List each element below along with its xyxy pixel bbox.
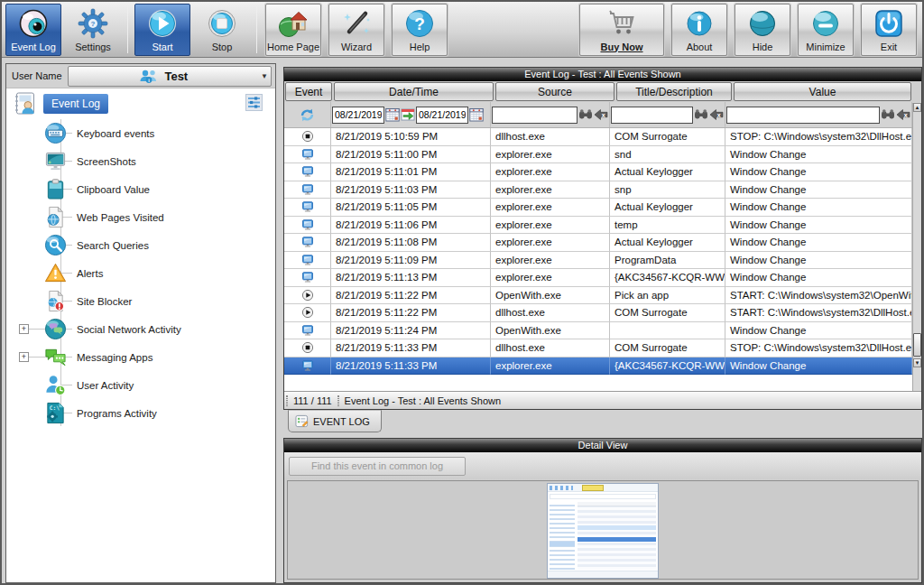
tree-root-event-log[interactable]: Event Log <box>6 88 275 119</box>
log-tree: Event Log + Keyboard events + <box>6 88 275 582</box>
title-filter-input[interactable] <box>611 107 693 124</box>
date-to-input[interactable] <box>416 107 468 124</box>
value-cell: STOP: C:\Windows\system32\DllHost.exe <box>725 339 912 358</box>
datetime-cell: 8/21/2019 5:11:08 PM <box>331 234 491 252</box>
table-row[interactable]: 8/21/2019 5:11:33 PM explorer.exe {AKC34… <box>284 358 912 376</box>
toolbar-button[interactable]: ? Help <box>392 4 448 56</box>
column-header[interactable]: Event <box>285 82 332 101</box>
tree-item[interactable]: + Site Blocker <box>6 287 275 315</box>
tree-item[interactable]: + C:\ Programs Activity <box>6 399 275 427</box>
tree-item-label: Alerts <box>77 268 103 279</box>
tree-item[interactable]: + Search Queries <box>6 231 275 259</box>
sliders-icon[interactable] <box>245 94 263 111</box>
webpages-icon <box>44 206 67 228</box>
toolbar-group-links: Home Page Wizard ? Help <box>262 2 451 57</box>
toolbar-button[interactable]: Exit <box>861 4 917 56</box>
expand-plus-icon[interactable]: + <box>19 352 29 362</box>
toolbar-button[interactable]: Hide <box>735 4 790 56</box>
table-row[interactable]: 8/21/2019 5:11:22 PM dllhost.exe COM Sur… <box>284 304 912 322</box>
user-select[interactable]: i Test ▼ <box>68 66 272 87</box>
source-filter-input[interactable] <box>492 107 578 124</box>
title-cell: temp <box>610 217 725 235</box>
info-icon <box>683 7 716 40</box>
toolbar-button-label: Home Page <box>267 42 319 52</box>
tree-item[interactable]: + Alerts <box>6 259 275 287</box>
thumb-highlight <box>582 485 604 491</box>
tree-items: + Keyboard events + ScreenShots + <box>6 119 275 427</box>
refresh-icon[interactable] <box>299 107 316 124</box>
binoculars-icon[interactable] <box>694 107 708 122</box>
table-row[interactable]: 8/21/2019 5:11:24 PM OpenWith.exe Window… <box>284 322 912 340</box>
table-row[interactable]: 8/21/2019 5:11:08 PM explorer.exe Actual… <box>284 234 912 252</box>
toolbar-button[interactable]: Stop <box>194 4 250 56</box>
programs-icon: C:\ <box>44 402 67 424</box>
datetime-cell: 8/21/2019 5:11:09 PM <box>331 252 491 270</box>
table-row[interactable]: 8/21/2019 5:11:01 PM explorer.exe Actual… <box>284 163 912 181</box>
table-row[interactable]: 8/21/2019 5:11:05 PM explorer.exe Actual… <box>284 199 912 217</box>
toolbar-button[interactable]: Start <box>134 4 190 56</box>
calendar-icon[interactable] <box>469 107 484 122</box>
detail-toolbar: Find this event in common log <box>284 452 921 479</box>
find-event-button[interactable]: Find this event in common log <box>289 457 466 476</box>
expand-plus-icon[interactable]: + <box>19 324 29 334</box>
table-row[interactable]: 8/21/2019 5:11:09 PM explorer.exe Progra… <box>284 252 912 270</box>
tree-item-label: Keyboard events <box>77 128 154 139</box>
binoculars-icon[interactable] <box>881 107 895 122</box>
play-icon <box>146 7 179 40</box>
table-row[interactable]: 8/21/2019 5:11:22 PM OpenWith.exe Pick a… <box>284 287 912 305</box>
source-cell: explorer.exe <box>491 146 610 164</box>
table-row[interactable]: 8/21/2019 5:11:03 PM explorer.exe snp Wi… <box>284 181 912 200</box>
column-header[interactable]: Title/Description <box>616 82 732 101</box>
clear-filter-icon[interactable]: x <box>709 107 724 122</box>
column-header[interactable]: Source <box>495 82 614 101</box>
play-event-icon <box>301 306 314 319</box>
value-cell: Window Change <box>725 217 912 235</box>
status-grip <box>337 395 339 406</box>
datetime-cell: 8/21/2019 5:11:00 PM <box>331 146 491 164</box>
date-from-input[interactable] <box>332 107 384 124</box>
datetime-cell: 8/21/2019 5:11:05 PM <box>331 199 491 217</box>
column-header[interactable]: Value <box>734 82 911 101</box>
calendar-icon[interactable] <box>385 107 400 122</box>
binoculars-icon[interactable] <box>578 107 593 122</box>
toolbar-button[interactable]: ? Settings <box>65 4 121 56</box>
table-row[interactable]: 8/21/2019 5:11:13 PM explorer.exe {AKC34… <box>284 269 912 287</box>
tab-event-log[interactable]: EVENT LOG <box>288 410 382 432</box>
column-header[interactable]: Date/Time <box>334 82 494 101</box>
scrollbar-thumb[interactable] <box>913 333 921 357</box>
stop-event-icon <box>301 341 314 354</box>
tree-item[interactable]: + User Activity <box>6 371 275 399</box>
toolbar-button-label: Settings <box>75 42 111 52</box>
tree-item[interactable]: + ScreenShots <box>6 147 275 175</box>
tree-item[interactable]: + Messaging Apps <box>6 343 275 371</box>
tree-item[interactable]: + Web Pages Visited <box>6 203 275 231</box>
event-table-body: 8/21/2019 5:10:59 PM dllhost.exe COM Sur… <box>284 128 912 392</box>
clear-filter-icon[interactable]: x <box>896 107 910 122</box>
sidebar: User Name i Test ▼ Event Log <box>5 63 276 583</box>
tree-item[interactable]: + Social Network Activity <box>6 315 275 343</box>
toolbar-button[interactable]: Wizard <box>328 4 384 56</box>
monitor-event-icon <box>301 324 314 337</box>
table-row[interactable]: 8/21/2019 5:10:59 PM dllhost.exe COM Sur… <box>284 128 912 146</box>
tree-item[interactable]: + Keyboard events <box>6 119 275 147</box>
scroll-up-icon[interactable]: ▲ <box>913 103 921 112</box>
datetime-cell: 8/21/2019 5:11:01 PM <box>331 163 491 181</box>
tree-item-label: Web Pages Visited <box>77 212 164 223</box>
toolbar-button[interactable]: Minimize <box>798 4 854 56</box>
table-row[interactable]: 8/21/2019 5:11:06 PM explorer.exe temp W… <box>284 217 912 235</box>
event-log-panel-title: Event Log - Test : All Events Shown <box>284 68 921 81</box>
toolbar-button[interactable]: Home Page <box>265 4 321 56</box>
datetime-cell: 8/21/2019 5:11:06 PM <box>331 217 491 235</box>
table-row[interactable]: 8/21/2019 5:11:00 PM explorer.exe snd Wi… <box>284 146 912 164</box>
tree-item[interactable]: + Clipboard Value <box>6 175 275 203</box>
date-range-icon[interactable] <box>401 107 415 122</box>
clear-filter-icon[interactable]: x <box>594 107 608 122</box>
toolbar-button[interactable]: Buy Now <box>579 4 664 56</box>
value-filter-input[interactable] <box>726 107 880 124</box>
toolbar-button[interactable]: About <box>671 4 727 56</box>
table-row[interactable]: 8/21/2019 5:11:33 PM dllhost.exe COM Sur… <box>284 339 912 358</box>
scroll-down-icon[interactable]: ▼ <box>913 358 921 367</box>
cart-icon <box>605 7 638 40</box>
toolbar-button[interactable]: Event Log <box>5 4 61 56</box>
vertical-scrollbar[interactable]: ▲ ▼ <box>912 103 921 393</box>
